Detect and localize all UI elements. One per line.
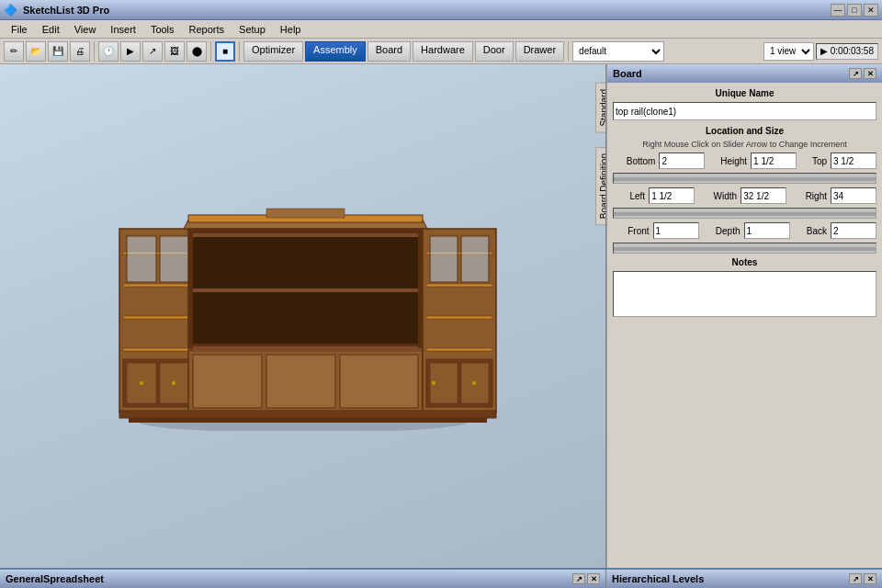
separator-4 [568,41,569,62]
location-row-3: Front Depth Back [613,222,876,239]
width-input[interactable] [741,187,786,204]
menu-edit[interactable]: Edit [35,22,67,37]
spreadsheet-expand[interactable]: ↗ [572,573,585,584]
width-label: Width [696,191,739,201]
unique-name-label: Unique Name [613,88,876,98]
board-panel-close[interactable]: ✕ [864,68,876,79]
spreadsheet-close[interactable]: ✕ [587,573,600,584]
hierarchical-close[interactable]: ✕ [864,573,876,584]
height-input[interactable] [751,153,797,169]
hierarchical-expand[interactable]: ↗ [849,573,862,584]
menu-view[interactable]: View [67,22,104,37]
front-input[interactable] [653,222,699,239]
svg-rect-16 [193,288,418,292]
toolbar-open[interactable]: 📂 [26,41,46,62]
front-label: Front [613,226,651,236]
back-input[interactable] [831,222,876,239]
drawer-tab[interactable]: Drawer [515,41,564,62]
window-controls: — □ ✕ [831,4,878,17]
slider-row-3[interactable] [613,243,876,254]
svg-point-35 [172,381,175,385]
svg-rect-19 [266,355,335,408]
hardware-tab[interactable]: Hardware [413,41,473,62]
right-label: Right [788,191,829,201]
menu-help[interactable]: Help [273,22,309,37]
app-icon: 🔷 [4,4,17,17]
minimize-button[interactable]: — [831,4,845,17]
door-tab[interactable]: Door [475,41,514,62]
unique-name-input[interactable] [613,102,876,120]
3d-viewport: Standard Board Definition [0,64,606,568]
separator-3 [239,41,240,62]
svg-rect-6 [127,236,156,282]
svg-rect-33 [129,418,487,423]
svg-point-37 [472,381,476,385]
hierarchical-panel: Hierarchical Levels ↗ ✕ Project Level − … [606,570,882,588]
instruction-text: Right Mouse Click on Slider Arrow to Cha… [613,140,876,149]
toolbar-new[interactable]: ✏ [4,41,24,62]
board-panel-title: Board [613,68,642,79]
slider-row-1[interactable] [613,173,876,184]
left-label: Left [613,191,647,201]
toolbar-image[interactable]: 🖼 [164,41,185,62]
menu-setup[interactable]: Setup [232,22,273,37]
location-size-label: Location and Size [613,126,876,136]
toolbar-main[interactable]: ■ [215,41,235,62]
left-input[interactable] [649,187,695,204]
top-label: Top [798,156,829,166]
depth-input[interactable] [744,222,790,239]
spreadsheet-title: GeneralSpreadsheet [6,573,104,584]
svg-rect-3 [123,284,194,287]
maximize-button[interactable]: □ [847,4,862,17]
toolbar-coin[interactable]: ⬤ [187,41,207,62]
notes-textarea[interactable] [613,271,876,317]
svg-rect-21 [193,346,418,352]
bottom-label: Bottom [613,156,657,166]
location-row-1: Bottom Height Top [613,153,876,169]
default-dropdown[interactable]: default [572,41,664,62]
toolbar-clock[interactable]: 🕐 [98,41,119,62]
svg-point-34 [140,381,143,385]
svg-rect-7 [160,236,189,282]
toolbar-arrow[interactable]: ↗ [142,41,163,62]
assembly-tab[interactable]: Assembly [305,41,366,62]
svg-point-36 [432,381,435,385]
board-panel-header: Board ↗ ✕ [607,64,882,83]
furniture-3d-view [101,201,505,431]
svg-rect-26 [426,348,492,351]
menu-reports[interactable]: Reports [182,22,232,37]
svg-rect-4 [123,316,194,319]
hierarchical-header: Hierarchical Levels ↗ ✕ [606,570,882,588]
bottom-input[interactable] [659,153,705,169]
back-label: Back [792,226,829,236]
main-layout: Standard Board Definition Board ↗ ✕ Uniq… [0,64,882,568]
slider-row-2[interactable] [613,208,876,219]
toolbar-play[interactable]: ▶ [120,41,141,62]
board-tab[interactable]: Board [368,41,411,62]
menu-file[interactable]: File [4,22,35,37]
svg-rect-18 [193,355,262,408]
close-button[interactable]: ✕ [864,4,878,17]
location-row-2: Left Width Right [613,187,876,204]
svg-rect-25 [426,316,492,319]
standard-tab[interactable]: Standard [595,83,606,133]
app-title: SketchList 3D Pro [23,5,831,16]
height-label: Height [707,156,749,166]
toolbar-save[interactable]: 💾 [48,41,68,62]
svg-rect-28 [461,236,489,282]
menu-insert[interactable]: Insert [103,22,143,37]
optimizer-tab[interactable]: Optimizer [243,41,303,62]
toolbar-print[interactable]: 🖨 [70,41,90,62]
right-input[interactable] [831,187,876,204]
toolbar: ✏ 📂 💾 🖨 🕐 ▶ ↗ 🖼 ⬤ ■ Optimizer Assembly B… [0,39,882,64]
time-display: ▶ 0:00:03:58 [816,43,878,60]
top-input[interactable] [831,153,876,169]
board-definition-tab[interactable]: Board Definition [595,147,606,225]
svg-rect-32 [119,411,496,418]
svg-rect-38 [266,209,345,218]
board-panel: Board ↗ ✕ Unique Name Location and Size … [606,64,882,568]
notes-label: Notes [613,257,876,267]
board-panel-expand[interactable]: ↗ [849,68,862,79]
menu-tools[interactable]: Tools [143,22,182,37]
view-dropdown[interactable]: 1 view [763,42,814,61]
